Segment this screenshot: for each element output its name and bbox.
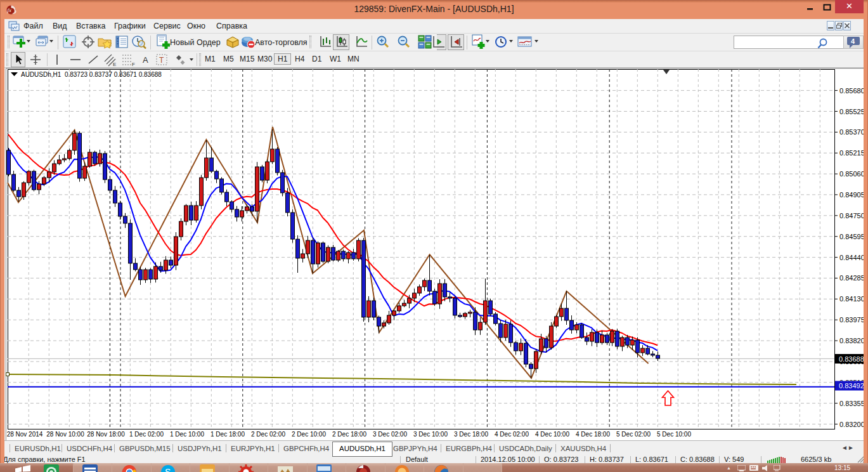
svg-text:5 Dec 02:00: 5 Dec 02:00 xyxy=(616,431,651,438)
svg-text:0.84130: 0.84130 xyxy=(839,295,865,303)
svg-text:0.83200: 0.83200 xyxy=(839,421,865,428)
svg-text:2 Dec 18:00: 2 Dec 18:00 xyxy=(332,431,366,438)
svg-text:4 Dec 10:00: 4 Dec 10:00 xyxy=(535,431,569,438)
svg-text:0.83688: 0.83688 xyxy=(839,355,864,363)
svg-text:0.84905: 0.84905 xyxy=(839,191,865,199)
svg-text:3 Dec 18:00: 3 Dec 18:00 xyxy=(454,431,488,438)
svg-text:4: 4 xyxy=(851,37,855,45)
svg-text:2 Dec 10:00: 2 Dec 10:00 xyxy=(292,431,326,438)
svg-text:0.85370: 0.85370 xyxy=(839,128,865,136)
svg-text:28 Nov 18:00: 28 Nov 18:00 xyxy=(87,431,125,438)
svg-text:0.85680: 0.85680 xyxy=(839,87,865,95)
svg-text:1 Dec 10:00: 1 Dec 10:00 xyxy=(170,431,204,438)
svg-text:1 Dec 02:00: 1 Dec 02:00 xyxy=(129,431,164,438)
svg-text:AUDUSDh,H1 0.83723 0.83737 0.: AUDUSDh,H1 0.83723 0.83737 0.83671 0.836… xyxy=(21,71,162,78)
svg-text:3 Dec 10:00: 3 Dec 10:00 xyxy=(413,431,448,438)
svg-text:1 Dec 18:00: 1 Dec 18:00 xyxy=(211,431,245,438)
svg-text:0.84750: 0.84750 xyxy=(839,212,865,220)
svg-text:3 Dec 02:00: 3 Dec 02:00 xyxy=(373,431,407,438)
svg-text:0.85525: 0.85525 xyxy=(839,108,865,115)
svg-text:A: A xyxy=(143,55,148,65)
svg-text:28 Nov 2014: 28 Nov 2014 xyxy=(7,431,43,438)
svg-text:T: T xyxy=(159,56,164,65)
svg-text:0.84595: 0.84595 xyxy=(839,233,865,240)
svg-text:0.84285: 0.84285 xyxy=(839,274,865,282)
svg-text:F: F xyxy=(132,62,135,67)
svg-text:2 Dec 02:00: 2 Dec 02:00 xyxy=(251,431,285,438)
svg-text:0.83492: 0.83492 xyxy=(839,382,864,390)
svg-text:5 Dec 10:00: 5 Dec 10:00 xyxy=(657,431,691,438)
svg-text:0.85060: 0.85060 xyxy=(839,170,865,178)
svg-text:S: S xyxy=(165,467,171,472)
svg-text:4 Dec 02:00: 4 Dec 02:00 xyxy=(495,431,529,438)
svg-text:E: E xyxy=(113,62,116,67)
svg-text:28 Nov 10:00: 28 Nov 10:00 xyxy=(46,431,84,438)
svg-text:0.83355: 0.83355 xyxy=(839,400,865,407)
svg-text:0.83975: 0.83975 xyxy=(839,316,865,324)
svg-text:0.84440: 0.84440 xyxy=(839,254,865,261)
svg-text:4 Dec 18:00: 4 Dec 18:00 xyxy=(576,431,610,438)
svg-text:0.83820: 0.83820 xyxy=(839,337,865,344)
svg-text:0.85215: 0.85215 xyxy=(839,149,865,157)
